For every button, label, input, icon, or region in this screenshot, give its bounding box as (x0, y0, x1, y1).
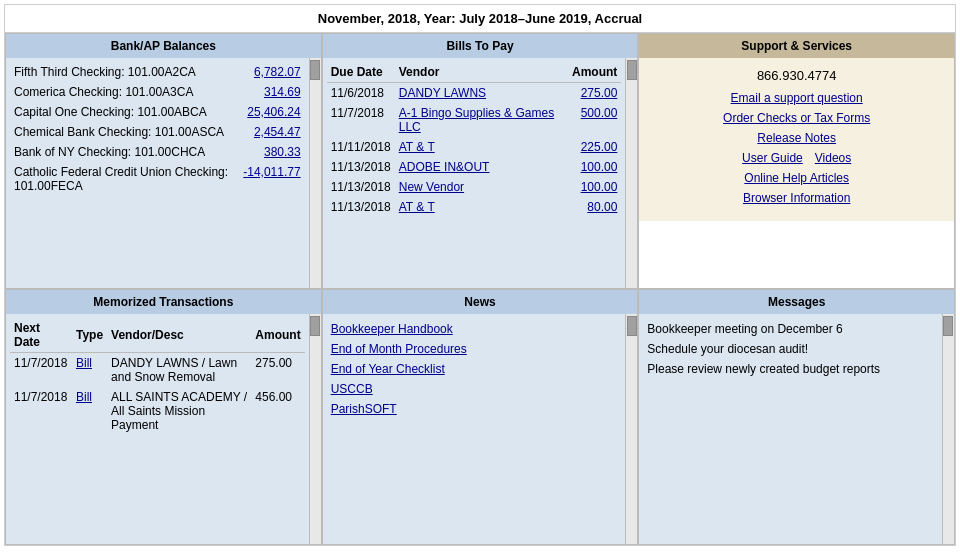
bank-panel: Bank/AP Balances Fifth Third Checking: 1… (5, 33, 322, 289)
bills-amount: 500.00 (568, 103, 621, 137)
bank-label: Capital One Checking: 101.00ABCA (10, 102, 239, 122)
bills-vendor[interactable]: A-1 Bingo Supplies & Games LLC (395, 103, 568, 137)
news-link[interactable]: End of Year Checklist (331, 362, 622, 376)
support-panel: Support & Services 866.930.4774 Email a … (638, 33, 955, 289)
bills-vendor[interactable]: AT & T (395, 137, 568, 157)
bank-amount[interactable]: 314.69 (239, 82, 304, 102)
page-wrapper: November, 2018, Year: July 2018–June 201… (4, 4, 956, 546)
messages-list: Bookkeeper meeting on December 6Schedule… (647, 322, 938, 376)
bills-col-amount: Amount (568, 62, 621, 83)
message-item: Please review newly created budget repor… (647, 362, 938, 376)
bills-date: 11/13/2018 (327, 197, 395, 217)
memo-type[interactable]: Bill (72, 353, 107, 388)
message-item: Schedule your diocesan audit! (647, 342, 938, 356)
bills-vendor[interactable]: New Vendor (395, 177, 568, 197)
message-item: Bookkeeper meeting on December 6 (647, 322, 938, 336)
news-scrollbar[interactable] (625, 314, 637, 544)
messages-body: Bookkeeper meeting on December 6Schedule… (639, 314, 954, 544)
bills-vendor[interactable]: DANDY LAWNS (395, 83, 568, 104)
bank-body: Fifth Third Checking: 101.00A2CA 6,782.0… (6, 58, 321, 288)
news-link[interactable]: ParishSOFT (331, 402, 622, 416)
memo-table: Next Date Type Vendor/Desc Amount 11/7/2… (10, 318, 305, 435)
memo-col-type: Type (72, 318, 107, 353)
bank-amount[interactable]: 25,406.24 (239, 102, 304, 122)
memo-type[interactable]: Bill (72, 387, 107, 435)
bills-date: 11/13/2018 (327, 177, 395, 197)
bank-row: Fifth Third Checking: 101.00A2CA 6,782.0… (10, 62, 305, 82)
news-panel: News Bookkeeper HandbookEnd of Month Pro… (322, 289, 639, 545)
bank-row: Chemical Bank Checking: 101.00ASCA 2,454… (10, 122, 305, 142)
memo-amount: 275.00 (251, 353, 304, 388)
bills-vendor[interactable]: AT & T (395, 197, 568, 217)
bills-scrollbar[interactable] (625, 58, 637, 288)
bills-vendor[interactable]: ADOBE IN&OUT (395, 157, 568, 177)
memo-header: Memorized Transactions (6, 290, 321, 314)
bank-label: Comerica Checking: 101.00A3CA (10, 82, 239, 102)
bank-amount[interactable]: 2,454.47 (239, 122, 304, 142)
news-link[interactable]: Bookkeeper Handbook (331, 322, 622, 336)
bills-row: 11/7/2018 A-1 Bingo Supplies & Games LLC… (327, 103, 622, 137)
online-help-link[interactable]: Online Help Articles (649, 171, 944, 185)
memo-amount: 456.00 (251, 387, 304, 435)
bank-label: Fifth Third Checking: 101.00A2CA (10, 62, 239, 82)
page-title: November, 2018, Year: July 2018–June 201… (5, 5, 955, 33)
bank-amount[interactable]: -14,011.77 (239, 162, 304, 196)
support-guide-row: User Guide Videos (649, 151, 944, 165)
bills-body: Due Date Vendor Amount 11/6/2018 DANDY L… (323, 58, 638, 288)
bills-header: Bills To Pay (323, 34, 638, 58)
bills-amount: 80.00 (568, 197, 621, 217)
bank-label: Bank of NY Checking: 101.00CHCA (10, 142, 239, 162)
bank-amount[interactable]: 6,782.07 (239, 62, 304, 82)
email-support-link[interactable]: Email a support question (649, 91, 944, 105)
memo-date: 11/7/2018 (10, 353, 72, 388)
bills-amount: 100.00 (568, 177, 621, 197)
bills-date: 11/13/2018 (327, 157, 395, 177)
main-grid: Bank/AP Balances Fifth Third Checking: 1… (5, 33, 955, 545)
news-body: Bookkeeper HandbookEnd of Month Procedur… (323, 314, 638, 544)
bills-table: Due Date Vendor Amount 11/6/2018 DANDY L… (327, 62, 622, 217)
bills-row: 11/13/2018 AT & T 80.00 (327, 197, 622, 217)
memo-date: 11/7/2018 (10, 387, 72, 435)
memo-col-date: Next Date (10, 318, 72, 353)
bills-amount: 225.00 (568, 137, 621, 157)
bills-date: 11/7/2018 (327, 103, 395, 137)
release-notes-link[interactable]: Release Notes (649, 131, 944, 145)
memo-panel: Memorized Transactions Next Date Type Ve… (5, 289, 322, 545)
bank-label: Catholic Federal Credit Union Checking: … (10, 162, 239, 196)
bills-col-date: Due Date (327, 62, 395, 83)
bank-row: Bank of NY Checking: 101.00CHCA 380.33 (10, 142, 305, 162)
messages-header: Messages (639, 290, 954, 314)
bills-row: 11/13/2018 New Vendor 100.00 (327, 177, 622, 197)
memo-scrollbar[interactable] (309, 314, 321, 544)
bills-amount: 275.00 (568, 83, 621, 104)
memo-body: Next Date Type Vendor/Desc Amount 11/7/2… (6, 314, 321, 544)
support-phone: 866.930.4774 (649, 68, 944, 83)
bills-panel: Bills To Pay Due Date Vendor Amount 11/6… (322, 33, 639, 289)
support-header: Support & Services (639, 34, 954, 58)
news-link[interactable]: End of Month Procedures (331, 342, 622, 356)
memo-vendor: ALL SAINTS ACADEMY / All Saints Mission … (107, 387, 251, 435)
bills-date: 11/11/2018 (327, 137, 395, 157)
messages-panel: Messages Bookkeeper meeting on December … (638, 289, 955, 545)
bank-label: Chemical Bank Checking: 101.00ASCA (10, 122, 239, 142)
bills-row: 11/11/2018 AT & T 225.00 (327, 137, 622, 157)
memo-row: 11/7/2018 Bill DANDY LAWNS / Lawn and Sn… (10, 353, 305, 388)
memo-row: 11/7/2018 Bill ALL SAINTS ACADEMY / All … (10, 387, 305, 435)
support-body: 866.930.4774 Email a support question Or… (639, 58, 954, 221)
news-link[interactable]: USCCB (331, 382, 622, 396)
order-checks-link[interactable]: Order Checks or Tax Forms (649, 111, 944, 125)
bank-scrollbar[interactable] (309, 58, 321, 288)
user-guide-link[interactable]: User Guide (742, 151, 803, 165)
memo-col-amount: Amount (251, 318, 304, 353)
bank-table: Fifth Third Checking: 101.00A2CA 6,782.0… (10, 62, 305, 196)
bills-row: 11/13/2018 ADOBE IN&OUT 100.00 (327, 157, 622, 177)
browser-info-link[interactable]: Browser Information (649, 191, 944, 205)
messages-scrollbar[interactable] (942, 314, 954, 544)
news-links: Bookkeeper HandbookEnd of Month Procedur… (331, 322, 622, 416)
bank-row: Comerica Checking: 101.00A3CA 314.69 (10, 82, 305, 102)
bank-amount[interactable]: 380.33 (239, 142, 304, 162)
bills-amount: 100.00 (568, 157, 621, 177)
memo-col-vendor: Vendor/Desc (107, 318, 251, 353)
memo-vendor: DANDY LAWNS / Lawn and Snow Removal (107, 353, 251, 388)
videos-link[interactable]: Videos (815, 151, 851, 165)
